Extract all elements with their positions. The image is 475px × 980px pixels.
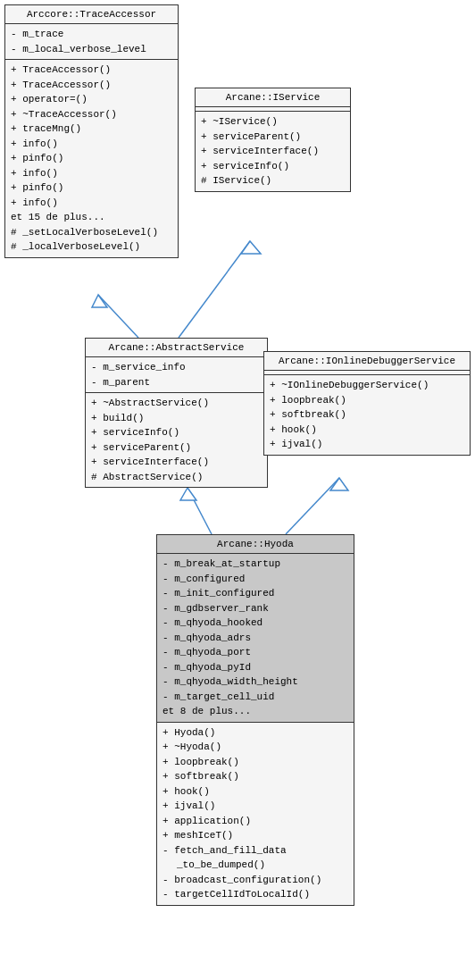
is-method-4: + serviceInfo(): [201, 159, 345, 174]
hy-attr-2: - m_configured: [162, 572, 348, 587]
method-9: + pinfo(): [11, 180, 172, 196]
id-method-4: + hook(): [270, 423, 464, 438]
is-method-3: + serviceInterface(): [201, 144, 345, 159]
hy-method-4: + softbreak(): [162, 769, 348, 784]
method-8: + info(): [11, 166, 172, 181]
method-2: + TraceAccessor(): [11, 78, 172, 93]
as-method-5: + serviceInterface(): [91, 455, 262, 470]
method-6: + info(): [11, 137, 172, 152]
hy-attr-3: - m_init_configured: [162, 586, 348, 601]
as-method-2: + build(): [91, 411, 262, 426]
hy-attr-4: - m_gdbserver_rank: [162, 601, 348, 616]
hyoda-attrs: - m_break_at_startup - m_configured - m_…: [157, 554, 354, 723]
hy-attr-8: - m_qhyoda_pyId: [162, 660, 348, 675]
diagram-container: Arccore::TraceAccessor - m_trace - m_loc…: [0, 0, 475, 980]
hy-method-1: + Hyoda(): [162, 725, 348, 741]
ionline-debugger-box: Arcane::IOnlineDebuggerService + ~IOnlin…: [263, 351, 471, 456]
as-method-1: + ~AbstractService(): [91, 396, 262, 411]
svg-marker-1: [92, 295, 107, 307]
iservice-title: Arcane::IService: [196, 88, 350, 107]
method-10: + info(): [11, 196, 172, 211]
is-method-2: + serviceParent(): [201, 130, 345, 145]
svg-marker-7: [330, 478, 348, 490]
hy-attr-5: - m_qhyoda_hooked: [162, 616, 348, 631]
attr-2: - m_local_verbose_level: [11, 42, 172, 57]
id-method-1: + ~IOnlineDebuggerService(): [270, 378, 464, 393]
abstract-service-box: Arcane::AbstractService - m_service_info…: [85, 338, 268, 488]
method-13: # _localVerboseLevel(): [11, 239, 172, 255]
is-method-1: + ~IService(): [201, 114, 345, 130]
trace-accessor-attributes: - m_trace - m_local_verbose_level: [5, 24, 178, 60]
method-12: # _setLocalVerboseLevel(): [11, 225, 172, 240]
svg-marker-3: [241, 241, 261, 254]
method-1: + TraceAccessor(): [11, 63, 172, 78]
hy-attr-7: - m_qhyoda_port: [162, 645, 348, 660]
hy-method-9b: _to_be_dumped(): [162, 858, 348, 873]
hy-method-6: + ijval(): [162, 799, 348, 814]
hy-attr-6: - m_qhyoda_adrs: [162, 631, 348, 646]
hyoda-box: Arcane::Hyoda - m_break_at_startup - m_c…: [156, 534, 354, 906]
hy-method-10: - broadcast_configuration(): [162, 873, 348, 888]
as-method-3: + serviceInfo(): [91, 425, 262, 440]
hy-attr-9: - m_qhyoda_width_height: [162, 674, 348, 690]
svg-line-2: [179, 241, 250, 338]
trace-accessor-title: Arccore::TraceAccessor: [5, 5, 178, 24]
is-method-5: # IService(): [201, 173, 345, 188]
hy-method-9: - fetch_and_fill_data: [162, 843, 348, 859]
hyoda-methods: + Hyoda() + ~Hyoda() + loopbreak() + sof…: [157, 723, 354, 905]
as-attr-2: - m_parent: [91, 375, 262, 390]
svg-marker-5: [180, 488, 196, 500]
trace-accessor-methods: + TraceAccessor() + TraceAccessor() + op…: [5, 60, 178, 257]
method-11: et 15 de plus...: [11, 210, 172, 225]
attr-1: - m_trace: [11, 27, 172, 42]
svg-line-4: [188, 488, 212, 534]
hyoda-title: Arcane::Hyoda: [157, 535, 354, 554]
method-4: + ~TraceAccessor(): [11, 107, 172, 122]
hy-method-8: + meshIceT(): [162, 828, 348, 843]
svg-line-0: [98, 295, 138, 338]
abstract-service-attrs: - m_service_info - m_parent: [86, 357, 267, 393]
id-method-3: + softbreak(): [270, 407, 464, 423]
hy-method-11: - targetCellIdToLocalId(): [162, 887, 348, 902]
iservice-box: Arcane::IService + ~IService() + service…: [195, 88, 351, 192]
abstract-service-methods: + ~AbstractService() + build() + service…: [86, 393, 267, 487]
hy-attr-10: - m_target_cell_uid: [162, 690, 348, 705]
ionline-methods: + ~IOnlineDebuggerService() + loopbreak(…: [264, 375, 470, 455]
hy-method-5: + hook(): [162, 784, 348, 800]
method-5: + traceMng(): [11, 121, 172, 137]
as-method-4: + serviceParent(): [91, 440, 262, 456]
hy-method-7: + application(): [162, 814, 348, 829]
trace-accessor-box: Arccore::TraceAccessor - m_trace - m_loc…: [4, 4, 179, 258]
abstract-service-title: Arcane::AbstractService: [86, 339, 267, 357]
method-3: + operator=(): [11, 92, 172, 107]
svg-line-6: [286, 478, 339, 534]
iservice-methods: + ~IService() + serviceParent() + servic…: [196, 112, 350, 191]
id-method-5: + ijval(): [270, 437, 464, 452]
ionline-debugger-title: Arcane::IOnlineDebuggerService: [264, 352, 470, 371]
hy-attr-11: et 8 de plus...: [162, 704, 348, 719]
hy-attr-1: - m_break_at_startup: [162, 557, 348, 572]
hy-method-2: + ~Hyoda(): [162, 740, 348, 755]
method-7: + pinfo(): [11, 151, 172, 166]
hy-method-3: + loopbreak(): [162, 755, 348, 770]
id-method-2: + loopbreak(): [270, 393, 464, 408]
as-method-6: # AbstractService(): [91, 470, 262, 485]
as-attr-1: - m_service_info: [91, 360, 262, 375]
